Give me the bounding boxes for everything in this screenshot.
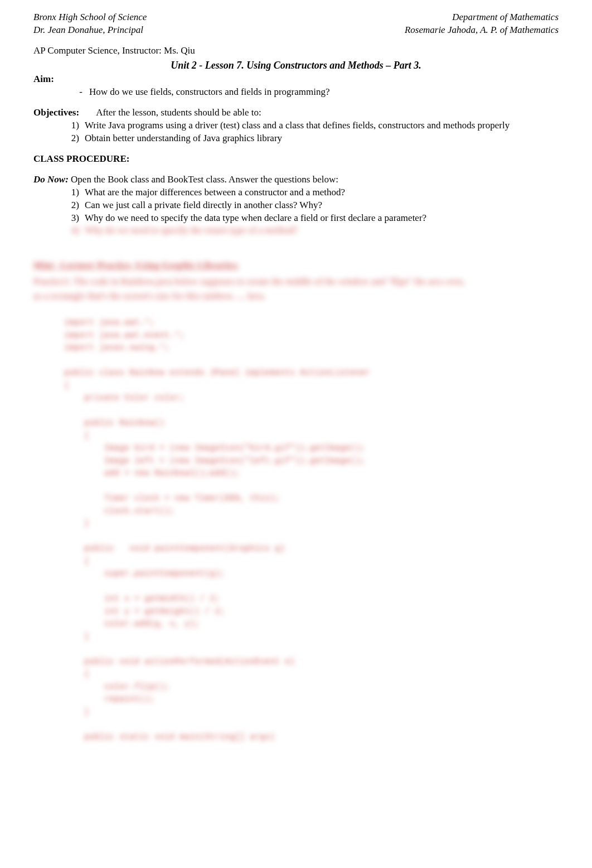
department-name: Department of Mathematics [452, 11, 559, 24]
list-item: 1) What are the major differences betwee… [67, 186, 559, 199]
objectives-label: Objectives: [33, 107, 79, 119]
school-name: Bronx High School of Science [33, 11, 147, 24]
blurred-para-line2: as a rectangle that's the screen's size … [33, 291, 266, 301]
blurred-para-line1: Practice1: The code in Rainbow.java belo… [33, 276, 465, 287]
unit-title: Unit 2 - Lesson 7. Using Constructors an… [33, 59, 559, 72]
donow-item-text-blurred: Why do we need to specify the return typ… [85, 224, 559, 237]
donow-list: 1) What are the major differences betwee… [67, 186, 559, 238]
donow-item-text: Why do we need to specify the data type … [85, 212, 559, 225]
list-item: 2) Obtain better understanding of Java g… [67, 132, 559, 145]
marker: 4) [67, 224, 85, 237]
marker: 2) [67, 199, 85, 212]
marker: 1) [67, 186, 85, 199]
ap-name: Rosemarie Jahoda, A. P. of Mathematics [405, 24, 559, 37]
blurred-code-block: import java.awt.*; import java.awt.event… [64, 317, 559, 744]
instructor-line: AP Computer Science, Instructor: Ms. Qiu [33, 45, 559, 57]
donow-row: Do Now: Open the Book class and BookTest… [33, 173, 559, 186]
objective-text: Write Java programs using a driver (test… [85, 119, 559, 132]
marker: 2) [67, 132, 85, 145]
list-item-blurred: 4) Why do we need to specify the return … [67, 224, 559, 237]
donow-item-text: What are the major differences between a… [85, 186, 559, 199]
objectives-list: 1) Write Java programs using a driver (t… [67, 119, 559, 145]
principal-name: Dr. Jean Donahue, Principal [33, 24, 143, 37]
list-item: 1) Write Java programs using a driver (t… [67, 119, 559, 132]
header-row-2: Dr. Jean Donahue, Principal Rosemarie Ja… [33, 24, 559, 37]
aim-list: - How do we use fields, constructors and… [72, 86, 559, 99]
blurred-paragraph: Practice1: The code in Rainbow.java belo… [33, 274, 559, 303]
class-procedure-label: CLASS PROCEDURE: [33, 153, 559, 166]
marker: 3) [67, 212, 85, 225]
blurred-heading: Mini - Lecture/ Practice -Using Graphic … [33, 259, 559, 272]
objectives-row: Objectives: After the lesson, students s… [33, 107, 559, 119]
aim-label: Aim: [33, 73, 559, 86]
donow-label: Do Now: [33, 174, 69, 185]
donow-item-text: Can we just call a private field directl… [85, 199, 559, 212]
list-item: 2) Can we just call a private field dire… [67, 199, 559, 212]
marker: 1) [67, 119, 85, 132]
donow-text: Open the Book class and BookTest class. … [71, 174, 338, 185]
list-item: 3) Why do we need to specify the data ty… [67, 212, 559, 225]
header-row-1: Bronx High School of Science Department … [33, 11, 559, 24]
aim-item: - How do we use fields, constructors and… [72, 86, 559, 99]
objectives-intro: After the lesson, students should be abl… [96, 107, 261, 119]
dash-icon: - [72, 86, 89, 99]
objective-text: Obtain better understanding of Java grap… [85, 132, 559, 145]
aim-text: How do we use fields, constructors and f… [89, 86, 330, 99]
